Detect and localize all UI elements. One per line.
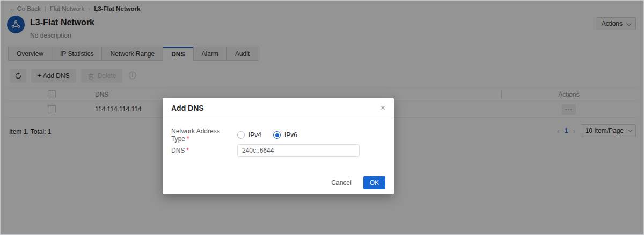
modal-header: Add DNS × (163, 98, 394, 118)
add-dns-modal: Add DNS × Network Address Type* IPv4 IPv… (163, 98, 394, 194)
ipv6-radio-label[interactable]: IPv6 (284, 131, 297, 139)
ok-button[interactable]: OK (363, 176, 385, 189)
address-type-radio-group: IPv4 IPv6 (237, 131, 297, 139)
app-window: ← Go Back | Flat Network › L3-Flat Netwo… (0, 0, 644, 235)
ipv4-radio[interactable] (237, 131, 245, 139)
close-icon[interactable]: × (380, 104, 385, 112)
dns-field-row: DNS* (171, 144, 360, 157)
dns-field-label: DNS (171, 147, 185, 154)
ipv6-radio[interactable] (273, 131, 281, 139)
modal-title: Add DNS (171, 104, 204, 112)
network-address-type-label: Network Address Type (171, 127, 220, 143)
cancel-button[interactable]: Cancel (327, 177, 355, 189)
required-mark: * (187, 135, 189, 143)
modal-footer: Cancel OK (327, 176, 385, 189)
required-mark: * (186, 147, 189, 154)
dns-input[interactable] (237, 144, 360, 157)
network-address-type-row: Network Address Type* IPv4 IPv6 (171, 127, 297, 143)
ipv4-radio-label[interactable]: IPv4 (248, 131, 261, 139)
